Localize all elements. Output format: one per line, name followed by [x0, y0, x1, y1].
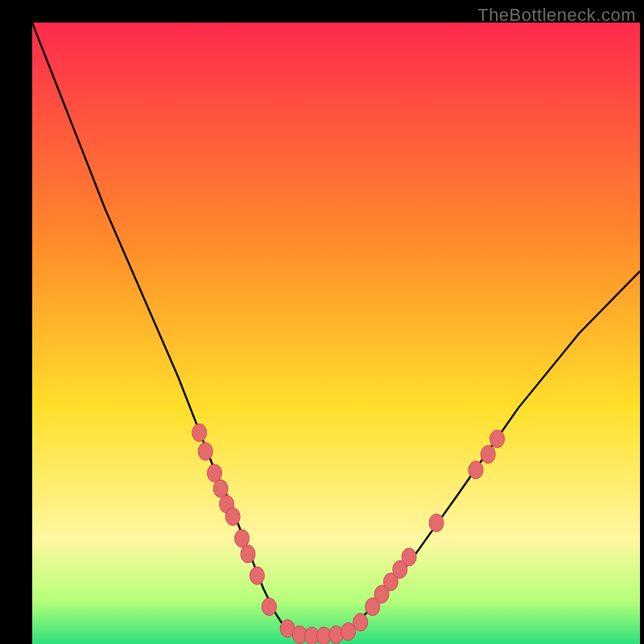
data-marker: [481, 446, 495, 464]
data-marker: [213, 480, 228, 497]
data-marker: [208, 464, 222, 482]
watermark-text: TheBottleneck.com: [477, 5, 636, 26]
data-marker: [353, 613, 368, 631]
data-marker: [490, 430, 505, 448]
data-marker: [241, 545, 255, 563]
chart-frame: TheBottleneck.com: [0, 0, 644, 644]
data-marker: [192, 424, 207, 442]
plot-area: [32, 23, 640, 644]
data-marker: [198, 443, 213, 460]
data-marker: [225, 508, 240, 526]
bottleneck-chart: [32, 23, 640, 644]
data-marker: [235, 530, 250, 547]
data-marker: [402, 548, 416, 566]
gradient-background: [32, 23, 640, 644]
data-marker: [429, 514, 444, 532]
data-marker: [469, 461, 483, 479]
data-marker: [250, 567, 264, 584]
data-marker: [262, 598, 276, 616]
